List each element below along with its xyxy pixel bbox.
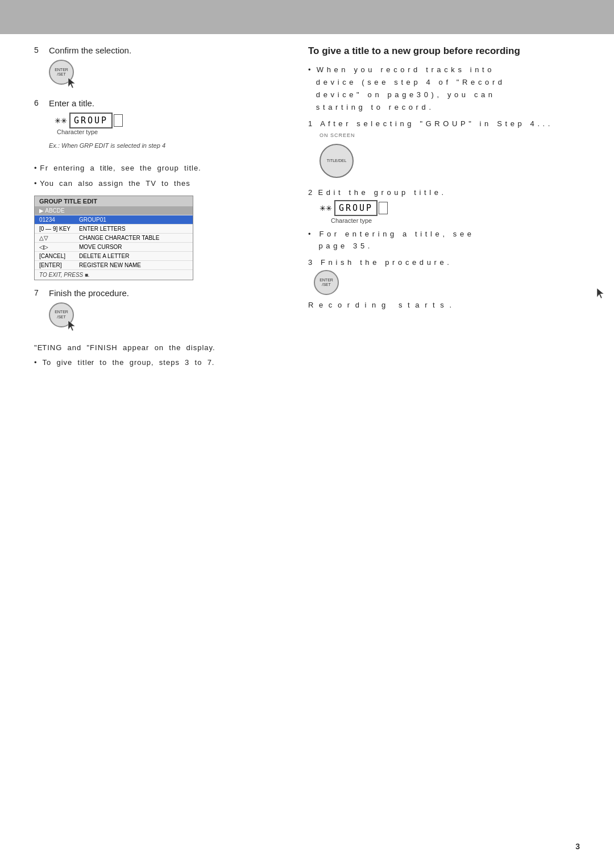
step-7-content: Finish the procedure. ENTER/SET xyxy=(49,288,280,333)
step-7-number: 7 xyxy=(34,288,45,297)
ex-label: Ex.: When GRP EDIT is selected in step 4 xyxy=(49,142,280,149)
bullet-entering-right: • F o r e n t e r i n g a t i t l e , s … xyxy=(308,229,603,252)
title-display-wrapper-6: ✳✳ GROUP Character type xyxy=(49,113,280,140)
title-display-right-wrapper: ✳✳ GROUP xyxy=(320,200,603,216)
section-title: To give a title to a new group before re… xyxy=(308,45,603,57)
two-column-layout: 5 Confirm the selection. ENTER/SET xyxy=(34,45,580,372)
step-6-content: Enter a title. ✳✳ GROUP Ch xyxy=(49,98,280,155)
group-char-label: △▽ xyxy=(39,235,79,241)
group-cancel-label: [CANCEL] xyxy=(39,253,79,259)
enter-set-button-5: ENTER/SET xyxy=(49,60,74,85)
title-display-text-right: GROUP xyxy=(339,203,373,213)
title-blink-stars: ✳✳ xyxy=(55,117,67,125)
group-char-value: CHANGE CHARACTER TABLE xyxy=(79,235,188,241)
step-3-enter-wrapper: ENTER/SET xyxy=(314,270,603,295)
group-key-label: [0 — 9] KEY xyxy=(39,226,79,232)
enter-circle-right: ENTER/SET xyxy=(314,270,339,295)
title-display-text-6: GROUP xyxy=(74,115,108,126)
bottom-bullets: "ETING and "FINISH appear on the display… xyxy=(34,342,280,369)
group-edit-row-move: ◁▷ MOVE CURSOR xyxy=(35,243,193,252)
char-type-label-6: Character type xyxy=(57,128,98,135)
group-01234-value: GROUP01 xyxy=(79,217,188,223)
step-3-right-section: 3 F n i s h t h e p r o c e d u r e . EN… xyxy=(308,258,603,295)
left-column: 5 Confirm the selection. ENTER/SET xyxy=(34,45,280,372)
step-5-content: Confirm the selection. ENTER/SET xyxy=(49,45,280,90)
step-1-right-text: 1 A f t e r s e l e c t i n g " G R O U … xyxy=(308,119,603,128)
group-edit-row-abcde: ▶ ABCDE xyxy=(35,206,193,215)
content-area: 5 Confirm the selection. ENTER/SET xyxy=(34,45,580,834)
title-del-wrapper: ON SCREEN TITLE/DEL xyxy=(320,132,603,184)
group-edit-row-char: △▽ CHANGE CHARACTER TABLE xyxy=(35,234,193,243)
title-end-box-right xyxy=(379,202,388,214)
group-move-value: MOVE CURSOR xyxy=(79,244,188,250)
enter-set-button-7: ENTER/SET xyxy=(49,302,74,327)
step-2-right-text: 2 E d i t t h e g r o u p t i t l e . xyxy=(308,188,603,197)
step-7-section: 7 Finish the procedure. ENTER/SET xyxy=(34,288,280,333)
group-cancel-value: DELETE A LETTER xyxy=(79,253,188,259)
group-edit-row-cancel: [CANCEL] DELETE A LETTER xyxy=(35,252,193,261)
svg-marker-2 xyxy=(597,288,604,298)
on-screen-label: ON SCREEN xyxy=(320,132,355,138)
bullet-1-left: • Fr entering a title, see the group tit… xyxy=(34,163,280,175)
bottom-bullet-1: "ETING and "FINISH appear on the display… xyxy=(34,342,280,354)
char-type-label-right: Character type xyxy=(331,217,603,224)
page: 5 Confirm the selection. ENTER/SET xyxy=(0,0,614,868)
svg-marker-1 xyxy=(68,321,75,331)
group-abcde-value xyxy=(79,207,188,214)
step-7-button-wrapper: ENTER/SET xyxy=(49,302,280,327)
group-01234-label: 01234 xyxy=(39,217,79,223)
cursor-icon-5 xyxy=(67,77,80,89)
title-display-box-right: GROUP xyxy=(334,200,377,216)
bottom-bullet-2: • To give titler to the group, steps 3 t… xyxy=(34,357,280,369)
title-del-text: TITLE/DEL xyxy=(327,159,347,164)
title-del-button: TITLE/DEL xyxy=(320,142,354,180)
step-2-right-section: 2 E d i t t h e g r o u p t i t l e . ✳✳… xyxy=(308,188,603,309)
group-edit-row-enter: [ENTER] REGISTER NEW NAME xyxy=(35,261,193,270)
title-end-box-6 xyxy=(114,114,123,127)
group-edit-header: GROUP TITLE EDIT xyxy=(35,196,193,206)
step-5-button-wrapper: ENTER/SET xyxy=(49,60,280,85)
cursor-icon-right xyxy=(596,287,608,300)
right-column: To give a title to a new group before re… xyxy=(302,45,603,372)
group-abcde-label: ▶ ABCDE xyxy=(39,207,79,214)
cursor-icon-7 xyxy=(67,319,80,332)
step-6-number: 6 xyxy=(34,98,45,107)
bullet-2-left: • You can also assign the TV to thes xyxy=(34,178,280,190)
title-del-circle: TITLE/DEL xyxy=(320,144,354,178)
page-number: 3 xyxy=(575,842,580,851)
step-5-number: 5 xyxy=(34,45,45,55)
title-blink-stars-right: ✳✳ xyxy=(320,204,332,213)
group-edit-box: GROUP TITLE EDIT ▶ ABCDE 01234 GROUP01 [… xyxy=(34,196,193,280)
header-bar xyxy=(0,0,614,34)
body-text-1: • W h e n y o u r e c o r d t r a c k s … xyxy=(308,64,603,114)
step-3-right-text: 3 F n i s h t h e p r o c e d u r e . xyxy=(308,258,603,267)
title-display-box-6: GROUP xyxy=(69,113,113,128)
enter-set-button-right: ENTER/SET xyxy=(314,270,603,295)
recording-starts-text: R e c o r d i n g s t a r t s . xyxy=(308,301,603,309)
group-enter-value: REGISTER NEW NAME xyxy=(79,262,188,268)
step-6-heading: Enter a title. xyxy=(49,98,280,108)
step-6-section: 6 Enter a title. ✳✳ GROUP xyxy=(34,98,280,155)
group-edit-footer: TO EXIT, PRESS ■. xyxy=(35,270,193,280)
step-5-section: 5 Confirm the selection. ENTER/SET xyxy=(34,45,280,90)
step-1-right-section: 1 A f t e r s e l e c t i n g " G R O U … xyxy=(308,119,603,184)
title-display-container-6: ✳✳ GROUP xyxy=(55,113,123,128)
group-key-value: ENTER LETTERS xyxy=(79,226,188,232)
step-5-heading: Confirm the selection. xyxy=(49,45,280,55)
group-enter-label: [ENTER] xyxy=(39,262,79,268)
group-move-label: ◁▷ xyxy=(39,244,79,250)
group-edit-row-key: [0 — 9] KEY ENTER LETTERS xyxy=(35,225,193,234)
group-edit-row-01234: 01234 GROUP01 xyxy=(35,215,193,225)
svg-marker-0 xyxy=(68,78,75,88)
step-7-heading: Finish the procedure. xyxy=(49,288,280,298)
